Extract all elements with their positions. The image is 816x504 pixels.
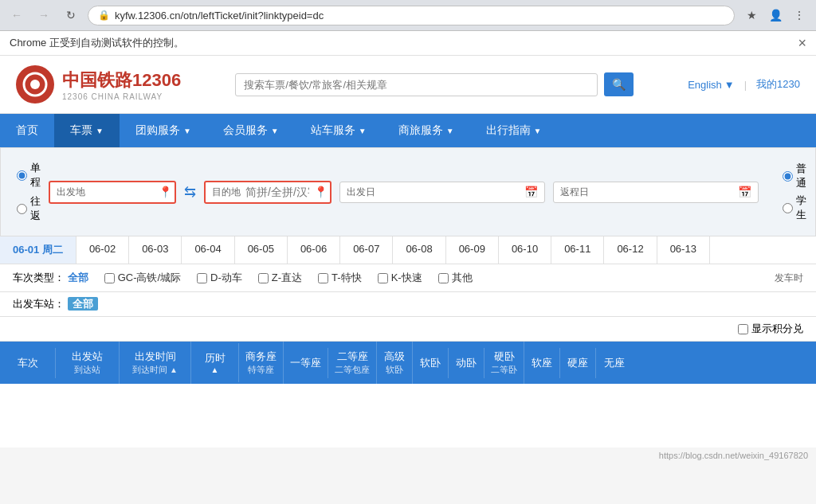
th-train-number: 车次 xyxy=(0,348,56,378)
ticket-form: 单程 往返 出发地 北京 📍 ⇆ 目的地 📍 出发日 2021-06-01 📅 … xyxy=(0,147,816,236)
normal-ticket-input[interactable] xyxy=(783,171,793,182)
date-tab-12[interactable]: 06-13 xyxy=(657,236,710,264)
student-ticket-radio[interactable]: 学生 xyxy=(783,193,806,222)
normal-ticket-radio[interactable]: 普通 xyxy=(783,162,806,190)
header-right: English ▼ | 我的1230 xyxy=(688,77,800,92)
filter-d[interactable]: D-动车 xyxy=(197,271,242,285)
account-link[interactable]: 我的1230 xyxy=(756,77,800,92)
search-button[interactable]: 🔍 xyxy=(604,72,634,96)
back-button[interactable]: ← xyxy=(6,5,27,25)
nav-item-station[interactable]: 站车服务 ▼ xyxy=(295,114,382,147)
location-icon-from[interactable]: 📍 xyxy=(159,186,172,198)
divider: | xyxy=(744,79,747,91)
language-button[interactable]: English ▼ xyxy=(688,79,735,91)
filter-t[interactable]: T-特快 xyxy=(318,271,362,285)
to-station-input[interactable] xyxy=(245,186,309,198)
th-first-class: 一等座 xyxy=(284,348,328,378)
logo-icon xyxy=(16,65,54,104)
automation-text: Chrome 正受到自动测试软件的控制。 xyxy=(10,36,184,50)
date-tab-11[interactable]: 06-12 xyxy=(604,236,657,264)
nav-item-business[interactable]: 商旅服务 ▼ xyxy=(382,114,470,147)
filter-t-input[interactable] xyxy=(318,273,328,283)
automation-banner: Chrome 正受到自动测试软件的控制。 × xyxy=(0,31,816,56)
departure-date-input[interactable]: 2021-06-01 xyxy=(380,186,520,198)
th-soft-seat: 软座 xyxy=(524,348,560,378)
calendar-icon-departure[interactable]: 📅 xyxy=(524,186,538,198)
date-tab-2[interactable]: 06-03 xyxy=(129,236,182,264)
return-date-input[interactable]: 2021-06-01 xyxy=(594,186,733,198)
filter-other[interactable]: 其他 xyxy=(438,271,473,285)
nav-item-member[interactable]: 会员服务 ▼ xyxy=(207,114,295,147)
filter-k[interactable]: K-快速 xyxy=(378,271,422,285)
student-ticket-input[interactable] xyxy=(783,203,793,213)
results-table-header: 车次 出发站 到达站 出发时间 到达时间 ▲ 历时 ▲ 商务座 特等座 一等座 … xyxy=(0,342,816,384)
close-banner-button[interactable]: × xyxy=(798,36,806,50)
nav-label-member: 会员服务 xyxy=(223,123,268,138)
nav-arrow-tickets: ▼ xyxy=(96,127,104,135)
from-station-input[interactable]: 北京 xyxy=(90,186,154,198)
th-hard-sleeper: 硬卧 二等卧 xyxy=(484,342,524,384)
date-tab-6[interactable]: 06-07 xyxy=(340,236,393,264)
calendar-icon-return[interactable]: 📅 xyxy=(738,186,751,198)
date-tabs: 06-01 周二 06-02 06-03 06-04 06-05 06-06 0… xyxy=(0,236,816,264)
all-trains-link[interactable]: 全部 xyxy=(68,272,88,283)
duration-sort-icon[interactable]: ▲ xyxy=(211,365,219,374)
ticket-type-group: 普通 学生 xyxy=(783,162,806,222)
date-tab-8[interactable]: 06-09 xyxy=(446,236,499,264)
round-trip-radio[interactable]: 往返 xyxy=(17,194,41,223)
th-no-seat: 无座 xyxy=(596,348,632,378)
url-text: kyfw.12306.cn/otn/leftTicket/init?linkty… xyxy=(115,10,724,21)
single-trip-input[interactable] xyxy=(17,170,27,181)
swap-stations-button[interactable]: ⇆ xyxy=(184,183,196,201)
date-tab-0[interactable]: 06-01 周二 xyxy=(0,236,76,264)
nav-label-business: 商旅服务 xyxy=(398,123,443,138)
station-filter-row: 出发车站： 全部 xyxy=(0,292,816,317)
site-name: 中国铁路12306 xyxy=(62,68,181,92)
address-bar: 🔒 kyfw.12306.cn/otn/leftTicket/init?link… xyxy=(88,6,735,25)
nav-label-home: 首页 xyxy=(16,123,38,138)
th-time[interactable]: 出发时间 到达时间 ▲ xyxy=(120,342,191,384)
date-tab-9[interactable]: 06-10 xyxy=(499,236,551,264)
forward-button[interactable]: → xyxy=(33,5,54,25)
nav-arrow-member: ▼ xyxy=(271,127,279,135)
show-points-checkbox[interactable] xyxy=(738,324,748,334)
filter-k-input[interactable] xyxy=(378,273,388,283)
filter-other-input[interactable] xyxy=(438,273,449,283)
date-tab-10[interactable]: 06-11 xyxy=(551,236,604,264)
date-tab-4[interactable]: 06-05 xyxy=(235,236,288,264)
search-input[interactable] xyxy=(235,73,598,96)
nav-item-guide[interactable]: 出行指南 ▼ xyxy=(470,114,558,147)
date-tab-7[interactable]: 06-08 xyxy=(393,236,445,264)
time-sort-icon[interactable]: ▲ xyxy=(170,365,178,374)
star-button[interactable]: ★ xyxy=(741,5,762,25)
round-trip-input[interactable] xyxy=(17,204,27,214)
nav-label-guide: 出行指南 xyxy=(486,123,531,138)
trip-form-row: 单程 往返 出发地 北京 📍 ⇆ 目的地 📍 出发日 2021-06-01 📅 … xyxy=(17,161,799,223)
location-icon-to[interactable]: 📍 xyxy=(314,186,328,198)
nav-item-tickets[interactable]: 车票 ▼ xyxy=(54,114,120,147)
filter-z[interactable]: Z-直达 xyxy=(258,271,302,285)
profile-button[interactable]: 👤 xyxy=(765,5,786,25)
nav-item-home[interactable]: 首页 xyxy=(0,114,54,147)
menu-button[interactable]: ⋮ xyxy=(789,5,810,25)
nav-arrow-business: ▼ xyxy=(446,127,454,135)
lang-arrow-icon: ▼ xyxy=(724,79,735,91)
to-station-field: 目的地 📍 xyxy=(204,181,332,204)
filter-d-input[interactable] xyxy=(197,273,207,283)
from-label: 出发地 xyxy=(57,186,85,199)
date-tab-3[interactable]: 06-04 xyxy=(182,236,234,264)
nav-arrow-guide: ▼ xyxy=(534,127,542,135)
round-trip-label: 往返 xyxy=(30,194,41,223)
student-ticket-label: 学生 xyxy=(796,193,806,222)
single-trip-radio[interactable]: 单程 xyxy=(17,161,41,189)
filter-z-input[interactable] xyxy=(258,273,269,283)
filter-gc-input[interactable] xyxy=(104,273,115,283)
th-duration[interactable]: 历时 ▲ xyxy=(191,343,239,382)
all-stations-link[interactable]: 全部 xyxy=(68,297,98,311)
show-points-checkbox-label[interactable]: 显示积分兑 xyxy=(738,322,803,336)
nav-item-group[interactable]: 团购服务 ▼ xyxy=(120,114,207,147)
date-tab-1[interactable]: 06-02 xyxy=(76,236,129,264)
filter-gc[interactable]: GC-高铁/城际 xyxy=(104,271,181,285)
refresh-button[interactable]: ↻ xyxy=(61,5,81,25)
date-tab-5[interactable]: 06-06 xyxy=(288,236,340,264)
